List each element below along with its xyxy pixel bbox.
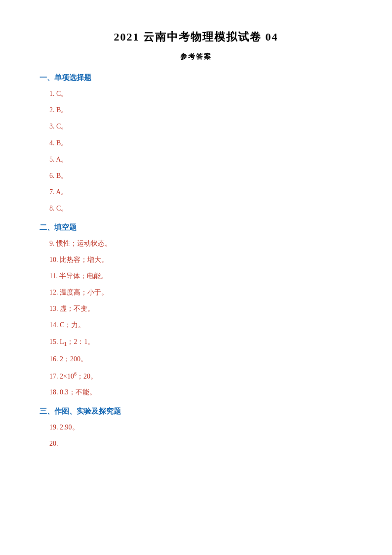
answer-item-16: 16. 2；200。 (49, 353, 353, 365)
answer-item-4: 4. B。 (49, 137, 353, 149)
answer-item-12: 12. 温度高；小于。 (49, 286, 353, 299)
answer-item-2: 2. B。 (49, 104, 353, 116)
answer-item-9: 9. 惯性；运动状态。 (49, 237, 353, 250)
answer-item-8: 8. C。 (49, 202, 353, 214)
answer-item-19: 19. 2.90。 (49, 421, 353, 433)
answer-item-17: 17. 2×106；20。 (49, 370, 353, 383)
answer-item-7: 7. A。 (49, 186, 353, 198)
answer-item-10: 10. 比热容；增大。 (49, 254, 353, 266)
answer-item-18: 18. 0.3；不能。 (49, 386, 353, 398)
sections-container: 一、单项选择题1. C。2. B。3. C。4. B。5. A。6. B。7. … (39, 73, 353, 450)
answer-item-11: 11. 半导体；电能。 (49, 270, 353, 282)
answer-item-6: 6. B。 (49, 170, 353, 182)
answer-item-14: 14. C；力。 (49, 319, 353, 331)
answer-item-1: 1. C。 (49, 87, 353, 100)
answer-item-5: 5. A。 (49, 153, 353, 166)
answer-item-3: 3. C。 (49, 120, 353, 132)
answer-item-13: 13. 虚；不变。 (49, 302, 353, 315)
subtitle: 参考答案 (39, 52, 353, 61)
answer-item-15: 15. L1；2：1。 (49, 336, 353, 349)
page-container: 2021 云南中考物理模拟试卷 04 参考答案 一、单项选择题1. C。2. B… (39, 30, 353, 450)
page-title: 2021 云南中考物理模拟试卷 04 (39, 30, 353, 44)
answer-item-20: 20. (49, 437, 353, 450)
section-title-section1: 一、单项选择题 (39, 73, 353, 83)
section-title-section3: 三、作图、实验及探究题 (39, 407, 353, 416)
section-title-section2: 二、填空题 (39, 223, 353, 232)
